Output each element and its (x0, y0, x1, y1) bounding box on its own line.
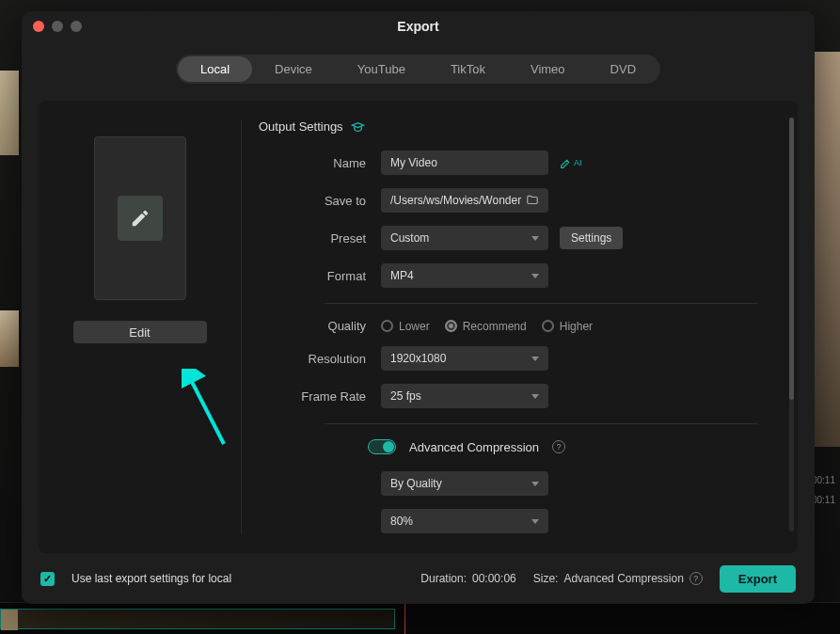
tab-tiktok[interactable]: TikTok (428, 56, 508, 82)
quality-label: Quality (259, 319, 381, 333)
bg-timecodes: 00:1100:11 (812, 475, 835, 505)
pencil-edit-icon (130, 208, 151, 229)
settings-panel: Output Settings Name AI Save to /Users/w… (241, 119, 798, 533)
titlebar: Export (22, 11, 815, 41)
export-button[interactable]: Export (720, 565, 796, 593)
dialog-footer: ✓ Use last export settings for local Dur… (22, 553, 815, 604)
dialog-title: Export (22, 19, 815, 34)
quality-radio-recommend[interactable]: Recommend (445, 320, 527, 333)
name-label: Name (259, 156, 381, 170)
edit-button[interactable]: Edit (73, 321, 207, 343)
timeline-clip[interactable] (0, 609, 395, 629)
export-dialog: Export Local Device YouTube TikTok Vimeo… (22, 11, 815, 604)
size-display: Size: Advanced Compression ? (533, 572, 703, 585)
chevron-down-icon (531, 394, 539, 399)
divider (325, 423, 757, 424)
preset-label: Preset (259, 231, 381, 246)
quality-radio-lower[interactable]: Lower (381, 320, 430, 333)
preset-settings-button[interactable]: Settings (560, 227, 623, 249)
bg-preview-panel (814, 52, 840, 447)
help-icon[interactable]: ? (552, 440, 565, 453)
framerate-label: Frame Rate (259, 389, 381, 404)
folder-icon (526, 194, 539, 207)
uselast-label: Use last export settings for local (71, 572, 231, 585)
chevron-down-icon (531, 236, 539, 241)
saveto-field[interactable]: /Users/ws/Movies/Wonder (381, 188, 548, 213)
adv-mode-select[interactable]: By Quality (381, 471, 548, 496)
ai-rename-icon[interactable]: AI (560, 157, 582, 169)
help-icon[interactable]: ? (689, 572, 703, 585)
advanced-compression-label: Advanced Compression (409, 440, 539, 454)
resolution-select[interactable]: 1920x1080 (381, 346, 548, 371)
adv-percent-select[interactable]: 80% (381, 509, 548, 533)
name-input[interactable] (381, 151, 548, 175)
window-minimize-button[interactable] (52, 21, 63, 32)
tab-vimeo[interactable]: Vimeo (508, 56, 588, 82)
quality-radio-higher[interactable]: Higher (542, 320, 593, 333)
tab-local[interactable]: Local (178, 56, 252, 82)
resolution-label: Resolution (259, 352, 381, 366)
format-select[interactable]: MP4 (381, 263, 548, 288)
window-close-button[interactable] (33, 21, 44, 32)
chevron-down-icon (531, 519, 539, 524)
video-preview-thumb[interactable] (94, 136, 186, 300)
dialog-body: Edit Output Settings Name AI Save to /Us… (39, 101, 798, 553)
bg-clip-thumb (0, 310, 19, 367)
window-zoom-button[interactable] (71, 21, 82, 32)
bg-clip-thumb (0, 71, 19, 155)
tab-device[interactable]: Device (252, 56, 335, 82)
export-tabs: Local Device YouTube TikTok Vimeo DVD (22, 55, 815, 84)
framerate-select[interactable]: 25 fps (381, 384, 548, 408)
section-title-output: Output Settings (259, 119, 775, 134)
advanced-compression-toggle[interactable] (368, 439, 396, 454)
uselast-checkbox[interactable]: ✓ (40, 572, 55, 586)
tab-youtube[interactable]: YouTube (335, 56, 428, 82)
scrollbar[interactable] (789, 118, 794, 531)
saveto-label: Save to (259, 194, 381, 208)
chevron-down-icon (531, 274, 539, 278)
preset-select[interactable]: Custom (381, 226, 548, 250)
preview-sidebar: Edit (39, 101, 241, 553)
divider (325, 303, 757, 304)
tutorial-icon[interactable] (351, 121, 365, 133)
scrollbar-thumb[interactable] (789, 118, 794, 400)
tab-dvd[interactable]: DVD (588, 56, 658, 82)
playhead[interactable] (404, 603, 405, 634)
chevron-down-icon (531, 357, 539, 361)
timeline (0, 602, 840, 634)
check-icon: ✓ (43, 573, 52, 585)
chevron-down-icon (531, 482, 539, 486)
format-label: Format (259, 269, 381, 283)
duration-display: Duration:00:00:06 (420, 572, 515, 585)
timeline-clip-thumb (1, 610, 18, 630)
